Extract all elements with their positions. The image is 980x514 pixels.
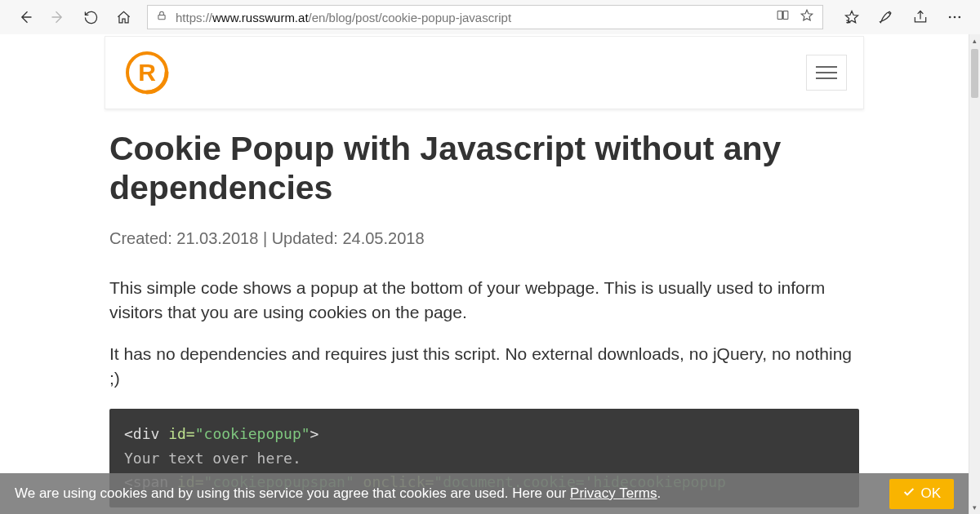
cookie-text: We are using cookies and by using this s… xyxy=(15,485,873,502)
address-bar[interactable]: https://www.russwurm.at/en/blog/post/coo… xyxy=(147,5,823,29)
paragraph-1: This simple code shows a popup at the bo… xyxy=(109,276,859,325)
ok-label: OK xyxy=(920,485,941,502)
vertical-scrollbar[interactable]: ▴ ▾ xyxy=(969,34,980,514)
svg-point-2 xyxy=(954,16,956,19)
share-icon[interactable] xyxy=(906,3,934,31)
forward-button[interactable] xyxy=(44,3,72,31)
cookie-banner: We are using cookies and by using this s… xyxy=(0,473,969,514)
lock-icon xyxy=(156,10,167,24)
scroll-down-icon[interactable]: ▾ xyxy=(969,501,980,514)
page-viewport: R Cookie Popup with Javascript without a… xyxy=(0,34,969,514)
svg-text:R: R xyxy=(138,59,156,86)
home-button[interactable] xyxy=(109,3,137,31)
cookie-ok-button[interactable]: OK xyxy=(889,479,954,509)
notes-icon[interactable] xyxy=(872,3,900,31)
svg-point-3 xyxy=(959,16,961,19)
favorite-star-icon[interactable] xyxy=(800,8,814,26)
reading-view-icon[interactable] xyxy=(776,8,790,26)
favorites-menu-icon[interactable] xyxy=(838,3,866,31)
more-menu-icon[interactable] xyxy=(941,3,969,31)
refresh-button[interactable] xyxy=(77,3,105,31)
back-button[interactable] xyxy=(11,3,39,31)
post-meta: Created: 21.03.2018 | Updated: 24.05.201… xyxy=(109,229,859,248)
site-header: R xyxy=(105,36,864,109)
svg-rect-0 xyxy=(158,15,165,19)
paragraph-2: It has no dependencies and requires just… xyxy=(109,342,859,391)
site-logo[interactable]: R xyxy=(122,47,172,98)
url-text: https://www.russwurm.at/en/blog/post/coo… xyxy=(176,11,511,24)
menu-button[interactable] xyxy=(806,55,847,91)
scroll-thumb[interactable] xyxy=(971,49,978,98)
scroll-up-icon[interactable]: ▴ xyxy=(969,34,980,47)
privacy-link[interactable]: Privacy Terms xyxy=(570,485,657,501)
browser-toolbar: https://www.russwurm.at/en/blog/post/coo… xyxy=(0,0,980,34)
page-title: Cookie Popup with Javascript without any… xyxy=(109,129,859,208)
svg-point-1 xyxy=(949,16,951,19)
check-icon xyxy=(902,485,915,503)
